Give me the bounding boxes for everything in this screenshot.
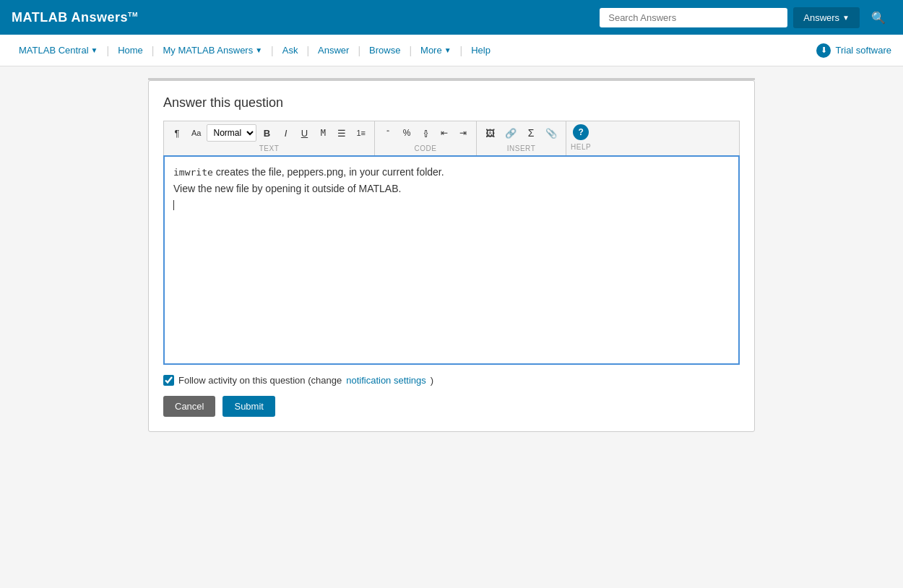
toolbar-text-section: ¶ Aa Normal B I U M ☰ 1≡ TEXT (164, 121, 375, 155)
editor-line-2: View the new file by opening it outside … (173, 181, 730, 196)
follow-label-text: Follow activity on this question (change (178, 375, 342, 386)
editor-line-3 (173, 196, 730, 212)
trial-software-icon: ⬇ (816, 43, 831, 58)
editor-code-imwrite: imwrite (173, 167, 213, 178)
nav-divider-2: | (150, 45, 156, 56)
nav-answer[interactable]: Answer (311, 36, 356, 64)
answers-dropdown-arrow-icon: ▼ (842, 14, 850, 22)
follow-suffix: ) (431, 375, 433, 386)
nav-browse[interactable]: Browse (362, 36, 407, 64)
nav-divider-6: | (407, 45, 413, 56)
nav-divider-4: | (305, 45, 311, 56)
editor-line-1-text: creates the file, peppers.png, in your c… (213, 166, 444, 178)
toolbar-italic-button[interactable]: I (277, 124, 294, 142)
toolbar-math-button[interactable]: Σ (522, 124, 540, 142)
toolbar-image-button[interactable]: 🖼 (481, 124, 499, 142)
text-cursor (173, 200, 174, 210)
follow-checkbox[interactable] (163, 375, 174, 386)
nav-divider-5: | (356, 45, 362, 56)
editor-line-1: imwrite creates the file, peppers.png, i… (173, 164, 730, 181)
editor-content-area[interactable]: imwrite creates the file, peppers.png, i… (163, 155, 740, 365)
nav-divider-1: | (105, 45, 111, 56)
toolbar-code-section: “ % {} ⇤ ⇥ CODE (375, 121, 477, 155)
nav-my-matlab-answers[interactable]: My MATLAB Answers ▼ (155, 36, 269, 64)
nav-divider-3: | (269, 45, 275, 56)
editor-line-2-text: View the new file by opening it outside … (173, 183, 401, 194)
answers-dropdown-button[interactable]: Answers ▼ (793, 7, 860, 28)
toolbar-insert-label: INSERT (507, 144, 536, 152)
toolbar-percent-button[interactable]: % (398, 124, 415, 142)
app-logo: MATLAB AnswersTM (12, 10, 138, 25)
nav-matlab-central[interactable]: MATLAB Central ▼ (12, 36, 105, 64)
toolbar-insert-section: 🖼 🔗 Σ 📎 INSERT (477, 121, 566, 155)
matlab-central-dropdown-icon: ▼ (91, 46, 98, 54)
search-button[interactable]: 🔍 (865, 8, 891, 27)
toolbar-format-select[interactable]: Normal (207, 124, 256, 142)
top-bar-right: Answers ▼ 🔍 (600, 7, 891, 28)
answer-form: Answer this question ¶ Aa Normal B I U M… (148, 80, 755, 432)
toolbar-insert-controls: 🖼 🔗 Σ 📎 (481, 124, 561, 142)
toolbar-code-inline-button[interactable]: {} (417, 124, 434, 142)
toolbar-help-controls: ? (573, 124, 589, 140)
toolbar-underline-button[interactable]: U (295, 124, 313, 142)
toolbar-monospace-button[interactable]: M (314, 124, 332, 142)
more-dropdown-icon: ▼ (444, 46, 452, 54)
toolbar-unordered-list-button[interactable]: ☰ (333, 124, 350, 142)
submit-button[interactable]: Submit (222, 396, 275, 417)
toolbar-link-button[interactable]: 🔗 (501, 124, 521, 142)
cancel-button[interactable]: Cancel (163, 396, 215, 417)
toolbar-bold-button[interactable]: B (258, 124, 275, 142)
search-input[interactable] (600, 8, 787, 27)
toolbar-blockquote-button[interactable]: “ (379, 124, 397, 142)
toolbar-text-controls: ¶ Aa Normal B I U M ☰ 1≡ (168, 124, 370, 142)
nav-links: MATLAB Central ▼ | Home | My MATLAB Answ… (12, 36, 498, 64)
toolbar-attach-button[interactable]: 📎 (541, 124, 561, 142)
nav-divider-7: | (459, 45, 465, 56)
toolbar-indent-left-button[interactable]: ⇤ (436, 124, 453, 142)
toolbar-text-size-icon[interactable]: Aa (187, 124, 205, 142)
answer-form-title: Answer this question (163, 95, 740, 111)
nav-ask[interactable]: Ask (275, 36, 306, 64)
toolbar-help-button[interactable]: ? (573, 124, 589, 140)
editor-toolbar: ¶ Aa Normal B I U M ☰ 1≡ TEXT “ (163, 121, 740, 155)
notification-settings-link[interactable]: notification settings (346, 375, 426, 386)
main-content: Answer this question ¶ Aa Normal B I U M… (0, 66, 903, 444)
follow-section: Follow activity on this question (change… (163, 375, 740, 386)
toolbar-help-label: HELP (571, 143, 591, 151)
trial-software-link[interactable]: ⬇ Trial software (816, 43, 891, 58)
action-buttons: Cancel Submit (163, 396, 740, 417)
nav-home[interactable]: Home (111, 36, 150, 64)
toolbar-help-section: ? HELP (566, 121, 595, 155)
top-navbar: MATLAB AnswersTM Answers ▼ 🔍 (0, 0, 903, 35)
nav-more[interactable]: More ▼ (413, 36, 459, 64)
toolbar-code-controls: “ % {} ⇤ ⇥ (379, 124, 472, 142)
toolbar-paragraph-icon[interactable]: ¶ (168, 124, 186, 142)
toolbar-code-label: CODE (415, 144, 437, 152)
nav-help[interactable]: Help (464, 36, 498, 64)
logo-area: MATLAB AnswersTM (12, 10, 138, 25)
toolbar-ordered-list-button[interactable]: 1≡ (352, 124, 370, 142)
secondary-navbar: MATLAB Central ▼ | Home | My MATLAB Answ… (0, 35, 903, 66)
trademark: TM (128, 11, 138, 18)
toolbar-indent-right-button[interactable]: ⇥ (454, 124, 472, 142)
toolbar-text-label: TEXT (259, 144, 280, 152)
my-matlab-answers-dropdown-icon: ▼ (255, 46, 262, 54)
